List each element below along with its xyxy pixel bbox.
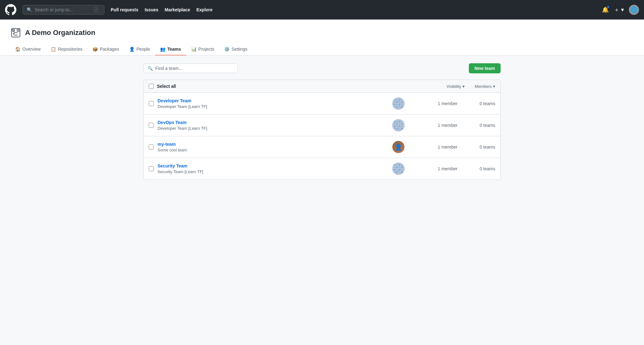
svg-rect-52 [394, 169, 396, 171]
team-row-checkbox[interactable] [149, 166, 154, 171]
nav-pull-requests[interactable]: Pull requests [111, 7, 138, 12]
nav-settings[interactable]: ⚙️ Settings [219, 43, 253, 55]
svg-rect-36 [396, 126, 398, 127]
visibility-column-header[interactable]: Visibility ▾ [447, 84, 465, 89]
team-avatar-container [392, 162, 405, 175]
team-teams-count: 0 teams [458, 166, 495, 171]
new-item-button[interactable]: ＋ ▾ [614, 6, 624, 14]
team-member-count: 1 member [420, 101, 458, 106]
svg-rect-46 [399, 164, 400, 166]
org-header: ✓ ✓ A Demo Organization 🏠 Overview 📋 Rep… [0, 20, 644, 56]
svg-rect-30 [401, 121, 403, 122]
org-title-section: ✓ ✓ A Demo Organization [10, 27, 634, 38]
team-description: Security Team [Learn TF] [158, 169, 203, 174]
svg-rect-53 [396, 169, 398, 171]
user-avatar[interactable]: 🌐 [629, 5, 639, 15]
team-avatar-icon [392, 119, 405, 132]
team-row-checkbox[interactable] [149, 101, 154, 106]
team-name-link[interactable]: Security Team [158, 163, 392, 168]
team-stats: 1 member 0 teams [420, 101, 495, 106]
team-row-checkbox[interactable] [149, 144, 154, 150]
svg-rect-44 [394, 164, 396, 166]
svg-rect-50 [399, 167, 400, 168]
navbar-search[interactable]: 🔍 / [23, 5, 104, 14]
team-avatar-container: 👤 [392, 141, 405, 153]
team-search-input[interactable] [155, 66, 234, 71]
team-avatar-icon [392, 162, 405, 175]
svg-text:✓: ✓ [13, 32, 15, 35]
search-kbd: / [94, 7, 98, 13]
search-input[interactable] [35, 7, 91, 12]
table-row: DevOps Team Developer Team [Learn TF] 1 … [144, 115, 500, 136]
team-member-count: 1 member [420, 144, 458, 150]
team-search-box[interactable]: 🔍 [143, 64, 238, 73]
svg-rect-19 [396, 104, 398, 105]
team-name-link[interactable]: my-team [158, 142, 392, 147]
team-avatar-icon [392, 97, 405, 110]
svg-rect-34 [401, 123, 403, 125]
svg-rect-27 [394, 121, 396, 122]
svg-rect-35 [394, 126, 396, 127]
table-row: Developer Team Developer Team [Learn TF]… [144, 93, 500, 115]
svg-rect-54 [399, 169, 400, 171]
svg-rect-31 [394, 123, 396, 125]
team-name-link[interactable]: DevOps Team [158, 120, 392, 125]
team-name-link[interactable]: Developer Team [158, 98, 392, 103]
nav-repositories[interactable]: 📋 Repositories [46, 43, 87, 55]
nav-teams[interactable]: 👥 Teams [155, 43, 186, 55]
nav-projects[interactable]: 📊 Projects [186, 43, 219, 55]
packages-icon: 📦 [92, 47, 98, 52]
svg-rect-23 [396, 106, 398, 108]
settings-icon: ⚙️ [224, 47, 230, 52]
svg-rect-37 [399, 126, 400, 127]
notifications-button[interactable]: 🔔 [602, 6, 609, 13]
select-all-checkbox[interactable] [149, 84, 154, 89]
nav-packages[interactable]: 📦 Packages [87, 43, 124, 55]
team-row-checkbox[interactable] [149, 123, 154, 128]
repositories-icon: 📋 [51, 47, 56, 52]
team-member-count: 1 member [420, 166, 458, 171]
team-info: Developer Team Developer Team [Learn TF] [158, 98, 392, 109]
notification-dot [607, 6, 609, 8]
svg-rect-42 [401, 128, 403, 130]
svg-rect-10 [394, 99, 396, 101]
nav-overview[interactable]: 🏠 Overview [10, 43, 46, 55]
svg-rect-39 [394, 128, 396, 130]
svg-rect-22 [394, 106, 396, 108]
team-teams-count: 0 teams [458, 101, 495, 106]
svg-rect-15 [396, 101, 398, 103]
team-stats: 1 member 0 teams [420, 144, 495, 150]
svg-rect-25 [401, 106, 403, 108]
new-team-button[interactable]: New team [469, 63, 501, 73]
nav-issues[interactable]: Issues [145, 7, 158, 12]
svg-rect-59 [401, 172, 403, 173]
teams-icon: 👥 [160, 47, 165, 52]
svg-rect-32 [396, 123, 398, 125]
nav-marketplace[interactable]: Marketplace [165, 7, 190, 12]
team-info: DevOps Team Developer Team [Learn TF] [158, 120, 392, 131]
chevron-down-icon: ▾ [493, 84, 495, 89]
svg-rect-11 [396, 99, 398, 101]
table-header-right: Visibility ▾ Members ▾ [447, 84, 495, 89]
overview-icon: 🏠 [15, 47, 20, 52]
svg-rect-45 [396, 164, 398, 166]
team-teams-count: 0 teams [458, 144, 495, 150]
members-column-header[interactable]: Members ▾ [475, 84, 495, 89]
teams-list: Developer Team Developer Team [Learn TF]… [144, 93, 500, 179]
svg-rect-47 [401, 164, 403, 166]
team-stats: 1 member 0 teams [420, 123, 495, 128]
svg-rect-41 [399, 128, 400, 130]
nav-explore[interactable]: Explore [196, 7, 212, 12]
team-info: Security Team Security Team [Learn TF] [158, 163, 392, 174]
github-logo-icon[interactable] [5, 4, 16, 15]
svg-rect-20 [399, 104, 400, 105]
team-teams-count: 0 teams [458, 123, 495, 128]
nav-people[interactable]: 👤 People [124, 43, 155, 55]
svg-rect-17 [401, 101, 403, 103]
navbar: 🔍 / Pull requests Issues Marketplace Exp… [0, 0, 644, 20]
team-description: Some cool team [158, 148, 187, 152]
team-description: Developer Team [Learn TF] [158, 104, 207, 109]
svg-rect-24 [399, 106, 400, 108]
svg-rect-29 [399, 121, 400, 122]
table-header: Select all Visibility ▾ Members ▾ [144, 80, 500, 93]
